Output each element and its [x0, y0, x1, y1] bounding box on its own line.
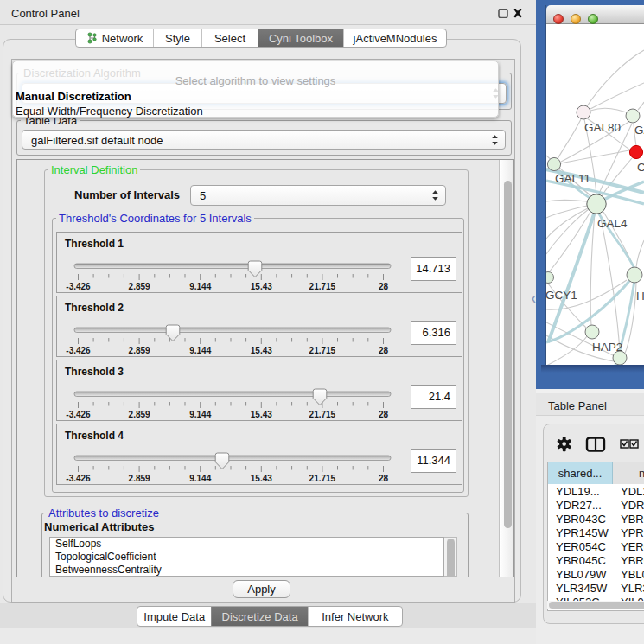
- svg-text:15.43: 15.43: [251, 346, 272, 355]
- svg-text:15.43: 15.43: [251, 282, 272, 291]
- svg-text:9.144: 9.144: [189, 282, 211, 291]
- svg-text:2.859: 2.859: [129, 282, 150, 291]
- svg-text:9.144: 9.144: [189, 474, 211, 483]
- svg-text:-3.426: -3.426: [66, 410, 91, 419]
- svg-text:-3.426: -3.426: [66, 346, 91, 355]
- svg-text:15.43: 15.43: [251, 410, 272, 419]
- svg-text:21.715: 21.715: [309, 410, 336, 419]
- svg-text:21.715: 21.715: [309, 346, 336, 355]
- svg-text:15.43: 15.43: [251, 474, 272, 483]
- svg-text:GAL4: GAL4: [597, 217, 628, 230]
- svg-text:2.859: 2.859: [129, 474, 150, 483]
- svg-text:28: 28: [379, 474, 389, 483]
- svg-text:2.859: 2.859: [129, 410, 150, 419]
- svg-text:HI: HI: [636, 290, 644, 303]
- svg-text:9.144: 9.144: [189, 410, 211, 419]
- svg-text:28: 28: [379, 282, 389, 291]
- svg-text:GA: GA: [634, 124, 644, 137]
- svg-text:28: 28: [379, 346, 389, 355]
- svg-text:GAL80: GAL80: [584, 121, 621, 134]
- svg-text:HAP2: HAP2: [592, 341, 622, 354]
- svg-text:-3.426: -3.426: [66, 282, 91, 291]
- svg-text:2.859: 2.859: [129, 346, 150, 355]
- svg-text:GCY1: GCY1: [546, 289, 577, 302]
- svg-text:C: C: [637, 161, 644, 174]
- svg-text:21.715: 21.715: [309, 282, 336, 291]
- svg-text:GAL11: GAL11: [555, 172, 590, 185]
- svg-text:9.144: 9.144: [189, 346, 211, 355]
- svg-text:21.715: 21.715: [309, 474, 336, 483]
- svg-text:-3.426: -3.426: [66, 474, 91, 483]
- svg-text:28: 28: [379, 410, 389, 419]
